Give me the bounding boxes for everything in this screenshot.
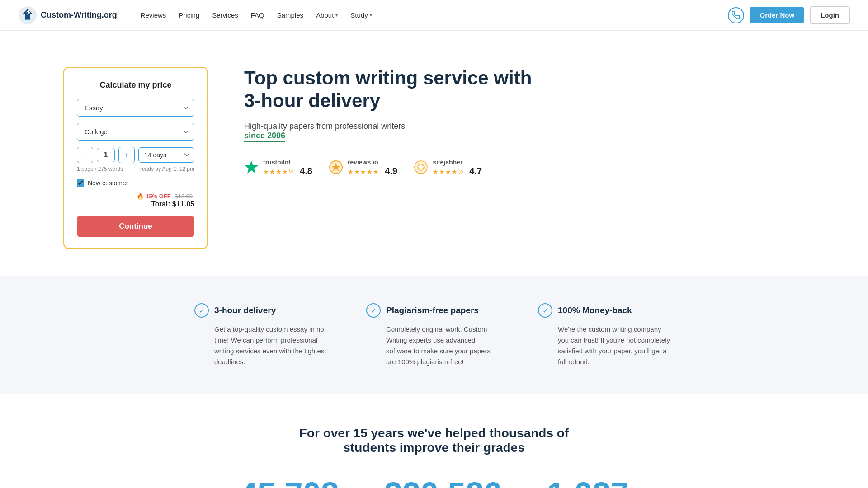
nav-study[interactable]: Study ▾	[345, 8, 377, 23]
reviewsio-rating: reviews.io ★★★★★ 4.9	[329, 159, 397, 176]
trustpilot-stars: ★★★★½	[263, 168, 294, 175]
feature-delivery-desc: Get a top-quality custom essay in no tim…	[194, 324, 330, 367]
phone-icon[interactable]	[728, 7, 744, 23]
delivery-check-icon: ✓	[194, 303, 209, 318]
main-nav: Reviews Pricing Services FAQ Samples Abo…	[135, 8, 728, 23]
total-price: Total: $11.05	[77, 200, 194, 208]
nav-samples[interactable]: Samples	[272, 8, 309, 23]
feature-delivery: ✓ 3-hour delivery Get a top-quality cust…	[194, 303, 330, 367]
since-link[interactable]: since 2006	[244, 131, 285, 142]
sitejabber-source: sitejabber	[433, 159, 482, 166]
trustpilot-stars-row: ★★★★½ 4.8	[263, 166, 312, 176]
sitejabber-icon	[414, 160, 428, 174]
reviewsio-icon	[329, 160, 343, 174]
hero-heading: Top custom writing service with 3-hour d…	[244, 67, 850, 113]
calculator-hints: 1 page / 275 words ready by Aug 1, 12 pm	[77, 166, 194, 172]
academic-level-select[interactable]: College High School University Master's …	[77, 123, 194, 141]
hero-text: Top custom writing service with 3-hour d…	[244, 58, 850, 176]
sitejabber-rating: sitejabber ★★★★½ 4.7	[414, 159, 482, 176]
reviewsio-stars: ★★★★★	[348, 168, 379, 175]
stats-heading: For over 15 years we've helped thousands…	[298, 426, 570, 455]
feature-delivery-header: ✓ 3-hour delivery	[194, 303, 330, 318]
quantity-decrease-button[interactable]: −	[77, 147, 93, 163]
reviewsio-source: reviews.io	[348, 159, 397, 166]
feature-plagiarism: ✓ Plagiarism-free papers Completely orig…	[366, 303, 502, 367]
trustpilot-icon	[244, 160, 259, 174]
trustpilot-source: trustpilot	[263, 159, 312, 166]
nav-reviews[interactable]: Reviews	[135, 8, 172, 23]
order-now-button[interactable]: Order Now	[750, 7, 804, 23]
ready-hint: ready by Aug 1, 12 pm	[140, 166, 194, 172]
nav-services[interactable]: Services	[207, 8, 244, 23]
logo-icon	[18, 6, 37, 25]
hero-section: Calculate my price Essay Research Paper …	[0, 31, 868, 276]
login-button[interactable]: Login	[810, 6, 850, 24]
plagiarism-check-icon: ✓	[366, 303, 381, 318]
feature-money-back: ✓ 100% Money-back We're the custom writi…	[538, 303, 674, 367]
deadline-select[interactable]: 14 days 10 days 7 days 5 days 3 days 48 …	[138, 147, 194, 163]
calculator-title: Calculate my price	[77, 80, 194, 90]
pages-hint: 1 page / 275 words	[77, 166, 123, 172]
logo-text: Custom-Writing.org	[41, 10, 117, 20]
feature-plagiarism-header: ✓ Plagiarism-free papers	[366, 303, 502, 318]
continue-button[interactable]: Continue	[77, 216, 194, 237]
new-customer-row: New customer	[77, 179, 194, 187]
reviewsio-stars-row: ★★★★★ 4.9	[348, 166, 397, 176]
stat-number-2: 320,586	[384, 478, 502, 488]
sitejabber-info: sitejabber ★★★★½ 4.7	[433, 159, 482, 176]
trustpilot-rating: trustpilot ★★★★½ 4.8	[244, 159, 312, 176]
nav-faq[interactable]: FAQ	[245, 8, 270, 23]
feature-delivery-title: 3-hour delivery	[214, 305, 276, 315]
about-chevron-icon: ▾	[335, 13, 338, 18]
price-row: 🔥 15% OFF $13.00 Total: $11.05	[77, 192, 194, 208]
hero-subtext: High-quality papers from professional wr…	[244, 122, 850, 141]
sitejabber-stars-row: ★★★★½ 4.7	[433, 166, 482, 176]
header-actions: Order Now Login	[728, 6, 850, 24]
stats-row: 45,708 320,586 1,027	[45, 478, 823, 488]
money-back-check-icon: ✓	[538, 303, 552, 318]
sitejabber-stars: ★★★★½	[433, 168, 464, 175]
paper-type-select[interactable]: Essay Research Paper Coursework Disserta…	[77, 99, 194, 117]
svg-marker-1	[245, 161, 258, 174]
quantity-value: 1	[97, 148, 115, 162]
logo[interactable]: Custom-Writing.org	[18, 6, 117, 25]
new-customer-checkbox[interactable]	[77, 179, 84, 187]
trustpilot-score: 4.8	[300, 166, 312, 176]
new-customer-label: New customer	[88, 179, 128, 187]
stats-section: For over 15 years we've helped thousands…	[0, 394, 868, 488]
ratings-row: trustpilot ★★★★½ 4.8 reviews.io	[244, 159, 850, 176]
original-price: $13.00	[175, 193, 193, 200]
study-chevron-icon: ▾	[370, 13, 372, 18]
feature-money-back-title: 100% Money-back	[558, 305, 632, 315]
discount-badge: 15% OFF	[146, 193, 171, 200]
header: Custom-Writing.org Reviews Pricing Servi…	[0, 0, 868, 31]
feature-plagiarism-desc: Completely original work. Custom Writing…	[366, 324, 502, 367]
stat-number-3: 1,027	[547, 478, 628, 488]
reviewsio-info: reviews.io ★★★★★ 4.9	[348, 159, 397, 176]
calculator-card: Calculate my price Essay Research Paper …	[63, 67, 208, 249]
features-section: ✓ 3-hour delivery Get a top-quality cust…	[0, 276, 868, 394]
quantity-deadline-row: − 1 + 14 days 10 days 7 days 5 days 3 da…	[77, 147, 194, 163]
quantity-increase-button[interactable]: +	[118, 147, 135, 163]
nav-pricing[interactable]: Pricing	[173, 8, 205, 23]
reviewsio-score: 4.9	[385, 166, 397, 176]
fire-icon: 🔥	[137, 193, 144, 200]
stat-number-1: 45,708	[240, 478, 339, 488]
trustpilot-info: trustpilot ★★★★½ 4.8	[263, 159, 312, 176]
feature-money-back-desc: We're the custom writing company you can…	[538, 324, 674, 367]
feature-money-back-header: ✓ 100% Money-back	[538, 303, 674, 318]
feature-plagiarism-title: Plagiarism-free papers	[386, 305, 479, 315]
sitejabber-score: 4.7	[469, 166, 482, 176]
nav-about[interactable]: About ▾	[311, 8, 343, 23]
